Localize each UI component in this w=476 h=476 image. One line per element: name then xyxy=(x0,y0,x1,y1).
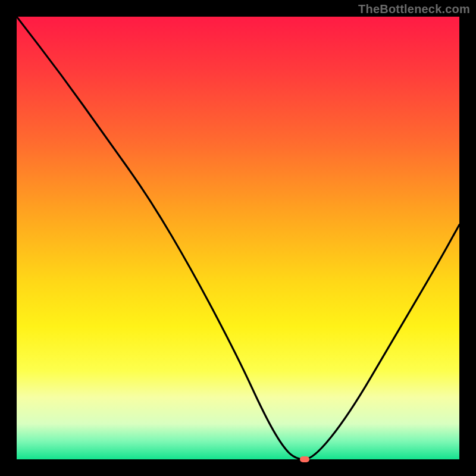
chart-frame: TheBottleneck.com xyxy=(0,0,476,476)
background-gradient xyxy=(17,17,459,459)
plot-area xyxy=(17,17,459,459)
optimal-point-marker xyxy=(300,456,309,462)
watermark-label: TheBottleneck.com xyxy=(358,2,470,16)
